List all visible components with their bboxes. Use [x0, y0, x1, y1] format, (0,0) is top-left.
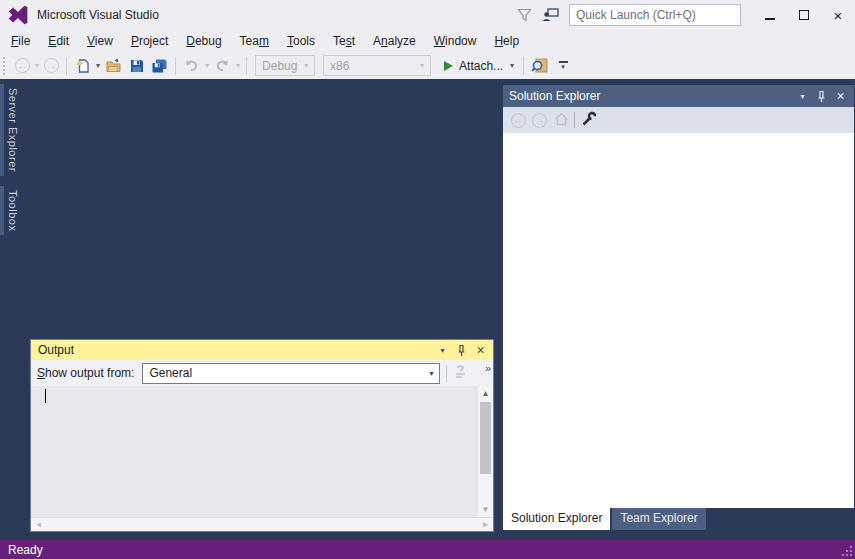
- redo-dropdown-caret-icon[interactable]: ▾: [234, 61, 242, 70]
- back-dropdown-caret-icon[interactable]: ▾: [33, 61, 41, 70]
- scroll-down-icon[interactable]: ▼: [478, 502, 493, 517]
- server-explorer-tab[interactable]: Server Explorer: [0, 84, 22, 176]
- new-project-icon: [74, 57, 91, 74]
- menu-analyze[interactable]: Analyze: [364, 31, 425, 51]
- find-message-icon: [453, 364, 470, 379]
- se-home-button[interactable]: [553, 111, 570, 130]
- toolbar-separator: [175, 57, 176, 75]
- scroll-up-icon[interactable]: ▲: [478, 386, 493, 401]
- toolbox-tab[interactable]: Toolbox: [0, 186, 22, 235]
- menu-tools[interactable]: Tools: [278, 31, 324, 51]
- find-message-button[interactable]: [453, 364, 470, 382]
- close-button[interactable]: ×: [821, 2, 855, 28]
- chevron-down-icon: ▾: [798, 92, 806, 101]
- menu-help[interactable]: Help: [485, 31, 528, 51]
- text-caret: [45, 389, 46, 403]
- combo-caret-icon: ▾: [427, 369, 435, 378]
- combo-caret-icon: ▾: [302, 61, 310, 70]
- home-icon: [553, 111, 570, 127]
- scrollbar-thumb[interactable]: [480, 402, 491, 474]
- close-panel-button[interactable]: ×: [831, 87, 850, 105]
- toolbar-separator: [66, 57, 67, 75]
- show-output-from-label: Show output from:: [37, 366, 134, 380]
- solution-configuration-combo[interactable]: Debug ▾: [255, 55, 315, 76]
- save-all-button[interactable]: [148, 55, 171, 77]
- se-forward-button[interactable]: →: [532, 113, 547, 128]
- scroll-right-icon[interactable]: ►: [478, 518, 493, 532]
- menu-project[interactable]: Project: [122, 31, 177, 51]
- menu-window[interactable]: Window: [425, 31, 486, 51]
- explorer-tab-bar: Solution Explorer Team Explorer: [503, 508, 854, 530]
- toolbar-grip[interactable]: [3, 57, 8, 75]
- menu-debug[interactable]: Debug: [177, 31, 230, 51]
- tab-solution-explorer[interactable]: Solution Explorer: [503, 508, 610, 530]
- menu-file[interactable]: File: [2, 31, 39, 51]
- window-position-button[interactable]: ▾: [433, 341, 452, 359]
- status-bar: Ready: [0, 540, 855, 559]
- menu-edit[interactable]: Edit: [39, 31, 78, 51]
- close-icon: ×: [834, 8, 843, 23]
- save-all-icon: [151, 58, 168, 74]
- visual-studio-window: { "title_bar": { "app_title": "Microsoft…: [0, 0, 855, 559]
- close-panel-button[interactable]: ×: [471, 341, 490, 359]
- notifications-filter-icon[interactable]: [511, 4, 537, 26]
- output-toolbar: Show output from: General ▾ »: [31, 360, 493, 386]
- menu-view[interactable]: View: [78, 31, 122, 51]
- vertical-scrollbar[interactable]: ▲ ▼: [478, 386, 493, 517]
- toolbar-separator: [523, 57, 524, 75]
- pin-icon: [456, 344, 467, 357]
- toolbar-overflow-icon[interactable]: »: [485, 362, 490, 374]
- solution-platform-combo[interactable]: x86 ▾: [323, 55, 431, 76]
- feedback-icon[interactable]: [537, 4, 563, 26]
- navigate-forward-button[interactable]: →: [41, 55, 62, 77]
- redo-button[interactable]: [211, 55, 234, 77]
- se-properties-button[interactable]: [581, 111, 597, 130]
- pin-icon: [816, 90, 827, 103]
- undo-dropdown-caret-icon[interactable]: ▾: [203, 61, 211, 70]
- undo-button[interactable]: [180, 55, 203, 77]
- attach-dropdown-caret-icon: ▾: [508, 61, 516, 70]
- navigate-backward-button[interactable]: ←: [12, 55, 33, 77]
- se-back-button[interactable]: ←: [511, 113, 526, 128]
- toolbar-separator: [574, 112, 575, 128]
- auto-hide-pin-button[interactable]: [812, 87, 831, 105]
- toolbar-overflow-button[interactable]: ▾: [556, 61, 570, 70]
- menu-team[interactable]: Team: [231, 31, 278, 51]
- tab-team-explorer[interactable]: Team Explorer: [612, 508, 705, 530]
- visual-studio-logo-icon: [7, 4, 29, 26]
- minimize-icon: [765, 18, 775, 20]
- auto-hide-pin-button[interactable]: [452, 341, 471, 359]
- output-text-area[interactable]: ▲ ▼: [31, 386, 493, 517]
- environment-background: Server Explorer Toolbox Solution Explore…: [0, 79, 855, 540]
- search-icon[interactable]: [735, 8, 736, 22]
- quick-launch-input[interactable]: [570, 6, 735, 24]
- maximize-button[interactable]: [787, 2, 821, 28]
- close-icon: ×: [476, 343, 484, 358]
- combo-caret-icon: ▾: [418, 61, 426, 70]
- undo-icon: [183, 58, 200, 74]
- save-button[interactable]: [126, 55, 148, 77]
- find-in-files-icon: [531, 57, 549, 74]
- output-source-combo[interactable]: General ▾: [142, 363, 440, 384]
- solution-explorer-tree[interactable]: [503, 133, 854, 508]
- standard-toolbar: ← ▾ → ▾: [0, 52, 855, 79]
- output-title-bar[interactable]: Output ▾ ×: [31, 340, 493, 360]
- solution-explorer-header[interactable]: Solution Explorer ▾ ×: [503, 85, 854, 107]
- new-project-button[interactable]: [71, 55, 94, 77]
- panel-title: Output: [38, 343, 433, 357]
- maximize-icon: [799, 10, 809, 20]
- horizontal-scrollbar[interactable]: ◄ ►: [31, 517, 493, 531]
- open-file-button[interactable]: [102, 55, 126, 77]
- new-project-dropdown-caret-icon[interactable]: ▾: [94, 61, 102, 70]
- menu-test[interactable]: Test: [324, 31, 364, 51]
- scroll-left-icon[interactable]: ◄: [31, 518, 46, 532]
- back-icon: ←: [15, 58, 30, 73]
- resize-grip[interactable]: [841, 545, 853, 557]
- find-in-files-button[interactable]: [528, 55, 552, 77]
- attach-button[interactable]: Attach... ▾: [441, 55, 519, 77]
- minimize-button[interactable]: [753, 2, 787, 28]
- close-icon: ×: [836, 89, 844, 104]
- window-position-button[interactable]: ▾: [793, 87, 812, 105]
- redo-icon: [214, 58, 231, 74]
- panel-title: Solution Explorer: [509, 89, 793, 103]
